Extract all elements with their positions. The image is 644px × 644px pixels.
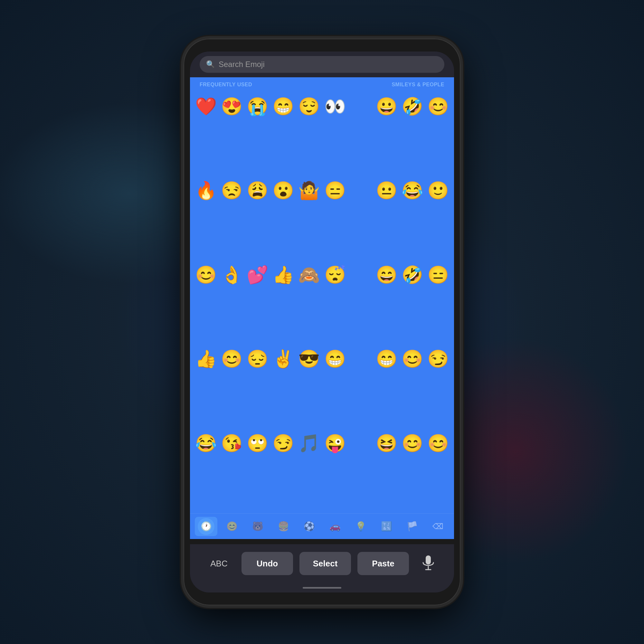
frequently-used-label: FREQUENTLY USED: [200, 82, 252, 88]
emoji-tongue-wink[interactable]: 😜: [322, 428, 347, 458]
clock-icon-circle: 🕐: [198, 518, 214, 535]
emoji-blush[interactable]: 😊: [426, 91, 451, 121]
emoji-sunglasses[interactable]: 😎: [297, 344, 322, 374]
phone-frame: 🔍 Search Emoji FREQUENTLY USED SMILEYS &…: [184, 39, 460, 605]
emoji-fire[interactable]: 🔥: [193, 176, 218, 205]
microphone-icon: [422, 555, 435, 572]
select-button[interactable]: Select: [299, 552, 351, 575]
emoji-rofl[interactable]: 🤣: [400, 91, 425, 121]
undo-button[interactable]: Undo: [241, 552, 293, 575]
category-objects[interactable]: 💡: [349, 517, 372, 536]
emoji-calm-smile[interactable]: 😊: [426, 428, 451, 458]
emoji-keyboard: FREQUENTLY USED SMILEYS & PEOPLE ❤️ 😍 😭 …: [190, 77, 454, 539]
emoji-joy[interactable]: 😂: [400, 176, 425, 205]
category-smiley[interactable]: 😊: [221, 517, 243, 536]
category-travel[interactable]: 🚗: [324, 517, 346, 536]
emoji-sleeping[interactable]: 😴: [322, 260, 347, 289]
emoji-heart[interactable]: ❤️: [193, 91, 218, 121]
emoji-neutral[interactable]: 😐: [374, 176, 399, 205]
emoji-shrug[interactable]: 🤷: [297, 176, 322, 205]
abc-label[interactable]: ABC: [203, 559, 235, 569]
bottom-toolbar: ABC Undo Select Paste: [190, 544, 454, 583]
emoji-grinning-2[interactable]: 😄: [374, 260, 399, 289]
emoji-eye-roll[interactable]: 🙄: [245, 428, 270, 458]
search-icon: 🔍: [206, 60, 215, 69]
category-flags[interactable]: 🏳️: [401, 517, 423, 536]
emoji-open-mouth[interactable]: 😁: [322, 344, 347, 374]
emoji-laugh-cry[interactable]: 😂: [193, 428, 218, 458]
microphone-button[interactable]: [415, 551, 441, 576]
emoji-hushed[interactable]: 😮: [271, 176, 296, 205]
search-placeholder: Search Emoji: [219, 60, 265, 69]
emoji-laughing-squint[interactable]: 😆: [374, 428, 399, 458]
emoji-two-hearts[interactable]: 💕: [245, 260, 270, 289]
search-bar[interactable]: 🔍 Search Emoji: [200, 56, 444, 73]
emoji-slightly-smiling[interactable]: 🙂: [426, 176, 451, 205]
emoji-smiling-face[interactable]: 😊: [193, 260, 218, 289]
emoji-pensive[interactable]: 😔: [245, 344, 270, 374]
emoji-relieved[interactable]: 😌: [297, 91, 322, 121]
category-symbols[interactable]: 🔣: [375, 517, 398, 536]
emoji-music-notes[interactable]: 🎵: [297, 428, 322, 458]
emoji-rolling-laughing[interactable]: 🤣: [400, 260, 425, 289]
emoji-smirk[interactable]: 😏: [271, 428, 296, 458]
emoji-weary[interactable]: 😩: [245, 176, 270, 205]
emoji-thumbs-up-yellow[interactable]: 👍: [271, 260, 296, 289]
emoji-grid: ❤️ 😍 😭 😁 😌 👀 😀 🤣 😊 🔥 😒 😩 😮 🤷: [190, 90, 454, 513]
emoji-grin[interactable]: 😁: [271, 91, 296, 121]
category-recent[interactable]: 🕐: [195, 517, 217, 536]
svg-rect-0: [426, 555, 431, 564]
emoji-rosy-cheeks[interactable]: 😊: [400, 344, 425, 374]
category-animals[interactable]: 🐻: [246, 517, 269, 536]
paste-button[interactable]: Paste: [357, 552, 409, 575]
emoji-no-expression[interactable]: 😑: [426, 260, 451, 289]
home-bar: [303, 587, 341, 589]
emoji-unamused[interactable]: 😒: [219, 176, 244, 205]
emoji-smiling-eyes[interactable]: 😊: [219, 344, 244, 374]
emoji-expressionless[interactable]: 😑: [322, 176, 347, 205]
backspace-button[interactable]: ⌫: [427, 517, 449, 536]
divider-bar: [190, 539, 454, 544]
emoji-thumbsup-light[interactable]: 👍: [193, 344, 218, 374]
home-indicator: [190, 583, 454, 592]
emoji-heart-eyes[interactable]: 😍: [219, 91, 244, 121]
emoji-ok-hand[interactable]: 👌: [219, 260, 244, 289]
phone-wrapper: 🔍 Search Emoji FREQUENTLY USED SMILEYS &…: [177, 32, 467, 612]
smileys-people-label: SMILEYS & PEOPLE: [392, 82, 444, 88]
emoji-grinning[interactable]: 😀: [374, 91, 399, 121]
top-bar: 🔍 Search Emoji: [190, 52, 454, 77]
category-sports[interactable]: ⚽: [298, 517, 320, 536]
emoji-big-grin[interactable]: 😁: [374, 344, 399, 374]
category-food[interactable]: 🍔: [272, 517, 295, 536]
emoji-see-no-evil[interactable]: 🙈: [297, 260, 322, 289]
emoji-eyes[interactable]: 👀: [322, 91, 347, 121]
emoji-kiss[interactable]: 😘: [219, 428, 244, 458]
emoji-victory[interactable]: ✌️: [271, 344, 296, 374]
emoji-crying[interactable]: 😭: [245, 91, 270, 121]
emoji-wink[interactable]: 😏: [426, 344, 451, 374]
category-bar: 🕐 😊 🐻 🍔 ⚽ 🚗 💡 🔣 🏳️ ⌫: [190, 513, 454, 539]
emoji-happy-blush[interactable]: 😊: [400, 428, 425, 458]
section-headers: FREQUENTLY USED SMILEYS & PEOPLE: [190, 77, 454, 90]
phone-screen: 🔍 Search Emoji FREQUENTLY USED SMILEYS &…: [190, 52, 454, 592]
